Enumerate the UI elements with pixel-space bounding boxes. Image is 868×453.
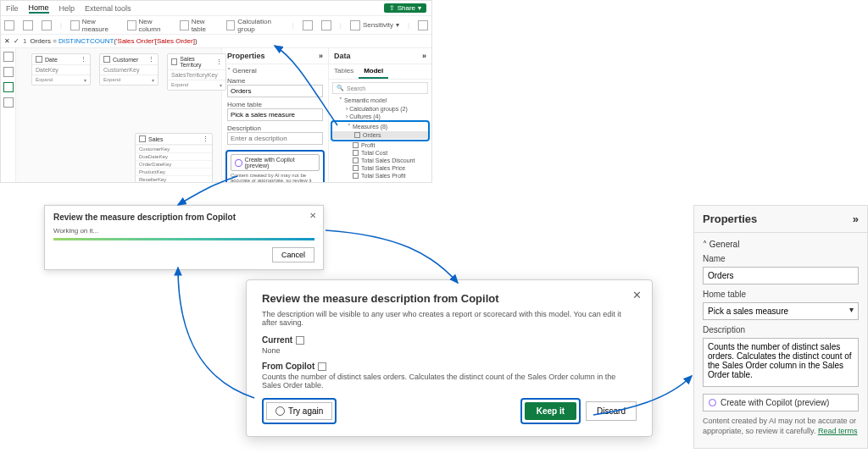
share-icon: ⇪ [389, 4, 395, 12]
section-general[interactable]: ˄ General [703, 240, 859, 249]
more-icon[interactable]: ⋮ [148, 56, 154, 63]
hometable-label: Home table [703, 290, 859, 299]
view-rail [1, 48, 16, 183]
menu-file[interactable]: File [6, 4, 19, 13]
tree-measure-profit[interactable]: Profit [331, 141, 430, 149]
read-terms-link[interactable]: Read terms [818, 427, 858, 435]
tab-tables[interactable]: Tables [329, 64, 359, 79]
expand-label[interactable]: Expand [103, 77, 120, 83]
close-icon[interactable]: ✕ [309, 211, 316, 220]
ribbon-copy[interactable] [23, 20, 33, 30]
ribbon-cut[interactable] [4, 20, 14, 30]
cancel-button[interactable]: Cancel [272, 247, 314, 262]
model-canvas[interactable]: Date⋮ DateKey Expand▾ Customer⋮ Customer… [16, 48, 221, 183]
tree-calcgroups[interactable]: › Calculation groups (2) [331, 105, 430, 113]
menu-home[interactable]: Home [29, 3, 49, 14]
table-icon [36, 56, 42, 63]
dax-view-icon[interactable] [3, 97, 14, 108]
table-card-customer[interactable]: Customer⋮ CustomerKey Expand▾ [99, 53, 159, 86]
pbi-desktop-window: File Home Help External tools ⇪ Share ▾ … [0, 0, 432, 183]
create-with-copilot-button[interactable]: Create with Copilot (preview) [231, 154, 320, 171]
tree-measure-totalprofit[interactable]: Total Sales Profit [331, 172, 430, 180]
table-card-date[interactable]: Date⋮ DateKey Expand▾ [31, 53, 91, 86]
ribbon-another[interactable] [321, 20, 331, 30]
keep-it-button[interactable]: Keep it [525, 402, 576, 420]
chevron-down-icon[interactable]: ▾ [220, 82, 222, 88]
ribbon-more[interactable] [418, 20, 428, 30]
new-column-button[interactable]: New column [127, 18, 171, 33]
copy-icon [23, 20, 33, 30]
more-icon[interactable]: ⋮ [81, 56, 86, 63]
table-card-sales[interactable]: Sales⋮ CustomerKey DueDateKey OrderDateK… [135, 133, 213, 183]
description-field[interactable] [227, 132, 323, 145]
sensitivity-button[interactable]: Sensitivity▾ [350, 20, 399, 30]
card-field: SalesTerritoryKey [168, 70, 225, 80]
column-icon [127, 20, 136, 30]
copilot-review-dialog: ✕ Review the measure description from Co… [246, 279, 653, 437]
more-icon [418, 20, 428, 30]
close-icon[interactable]: ✕ [632, 289, 642, 301]
try-again-button[interactable]: Try again [266, 402, 332, 420]
close-icon[interactable]: ✕ [4, 37, 10, 45]
dialog-subtitle: The description will be visible to any u… [262, 310, 637, 327]
commit-icon[interactable]: ✓ [14, 37, 19, 45]
tree-measures[interactable]: ˅ Measures (8) [332, 123, 428, 131]
discard-button[interactable]: Discard [586, 401, 637, 421]
model-tree[interactable]: ˅ Semantic model › Calculation groups (2… [329, 97, 431, 180]
new-column-label: New column [139, 18, 171, 33]
tree-measure-totalcost[interactable]: Total Cost [331, 149, 430, 157]
chevron-down-icon[interactable]: ▾ [152, 77, 154, 83]
more-icon[interactable]: ⋮ [216, 58, 222, 65]
name-label: Name [703, 254, 859, 263]
copy-icon[interactable] [318, 362, 326, 371]
menu-external-tools[interactable]: External tools [85, 4, 131, 13]
expand-icon[interactable]: » [853, 213, 859, 225]
ribbon-paste[interactable] [42, 20, 52, 30]
copilot-btn-label: Create with Copilot (preview) [721, 398, 829, 407]
card-field: ProductKey [136, 168, 212, 175]
new-table-button[interactable]: New table [180, 18, 218, 33]
tree-measure-totaldisc[interactable]: Total Sales Discount [331, 157, 430, 164]
expand-label[interactable]: Expand [36, 77, 53, 83]
calc-group-button[interactable]: Calculation group [226, 18, 284, 33]
formula-func: DISTINCTCOUNT [58, 37, 114, 45]
tree-semantic-model[interactable]: ˅ Semantic model [331, 97, 430, 105]
table-icon [103, 56, 110, 63]
menu-help[interactable]: Help [59, 4, 75, 13]
share-button[interactable]: ⇪ Share ▾ [384, 3, 426, 13]
name-field[interactable] [227, 85, 323, 97]
tree-measure-orders[interactable]: Orders [332, 131, 428, 139]
card-title: Sales [148, 136, 164, 142]
measures-hilite: ˅ Measures (8) Orders [331, 120, 430, 141]
chevron-down-icon[interactable]: ▾ [84, 77, 86, 83]
create-with-copilot-button[interactable]: Create with Copilot (preview) [703, 394, 859, 412]
name-field[interactable] [703, 267, 859, 285]
hometable-field[interactable] [703, 302, 859, 320]
expand-icon[interactable]: » [422, 52, 426, 60]
tree-cultures[interactable]: › Cultures (4) [331, 113, 430, 120]
formula-code[interactable]: Orders = DISTINCTCOUNT('Sales Order'[Sal… [30, 37, 197, 45]
chevron-down-icon: ▾ [418, 4, 421, 12]
expand-icon[interactable]: » [319, 52, 323, 60]
data-view-icon[interactable] [3, 67, 14, 77]
copy-icon[interactable] [296, 336, 304, 345]
new-measure-button[interactable]: New measure [70, 18, 119, 33]
model-view-icon[interactable] [3, 82, 14, 92]
expand-label[interactable]: Expand [171, 82, 188, 88]
description-field[interactable]: Counts the number of distinct sales orde… [703, 338, 859, 387]
chevron-down-icon: ▾ [396, 21, 399, 29]
copilot-icon [709, 399, 716, 406]
copilot-working-dialog: ✕ Review the measure description from Co… [44, 205, 324, 270]
copilot-icon [235, 159, 242, 167]
more-icon[interactable]: ⋮ [203, 135, 209, 142]
formula-bar[interactable]: ✕ ✓ 1 Orders = DISTINCTCOUNT('Sales Orde… [1, 35, 431, 48]
report-view-icon[interactable] [3, 52, 14, 62]
chevron-down-icon[interactable]: ▾ [849, 305, 854, 314]
hometable-field[interactable] [227, 108, 323, 121]
section-general[interactable]: ˄ General [222, 64, 328, 77]
tree-measure-totalprice[interactable]: Total Sales Price [331, 164, 430, 172]
search-input[interactable]: 🔍 Search [332, 82, 428, 94]
ribbon-format[interactable] [303, 20, 313, 30]
table-card-territory[interactable]: Sales Territory⋮ SalesTerritoryKey Expan… [167, 53, 226, 91]
tab-model[interactable]: Model [359, 64, 388, 79]
